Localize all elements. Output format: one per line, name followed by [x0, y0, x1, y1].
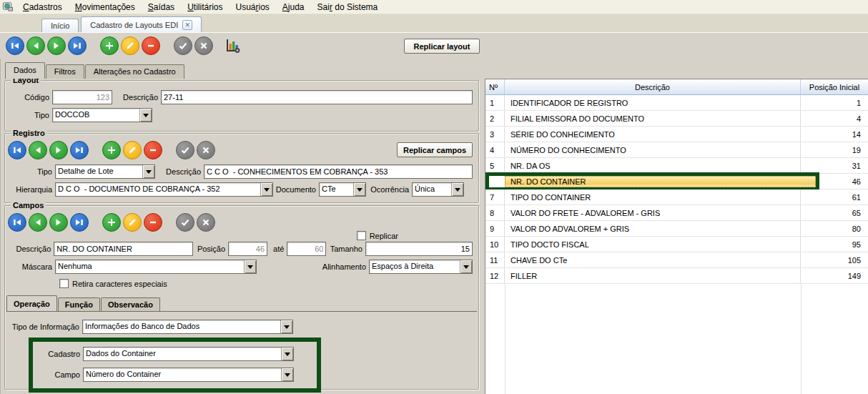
cancel-button[interactable] — [197, 213, 215, 232]
tab-cadastro-layouts-edi[interactable]: Cadastro de Layouts EDI ✕ — [81, 16, 202, 32]
registro-tipo-select[interactable]: Detalhe de Lote — [55, 164, 155, 179]
menu-item-movimenta-es[interactable]: Movimentações — [69, 1, 142, 14]
table-row[interactable]: 2FILIAL EMISSORA DO DOCUMENTO4 — [485, 111, 868, 127]
add-button[interactable] — [102, 141, 121, 159]
first-button[interactable] — [8, 213, 26, 232]
delete-button[interactable] — [144, 141, 162, 159]
last-button[interactable] — [68, 36, 87, 55]
tamanho-label: Tamanho — [326, 245, 365, 253]
previous-button[interactable] — [29, 141, 47, 159]
layout-tipo-select[interactable]: DOCCOB — [52, 108, 152, 122]
tab-observacao[interactable]: Observacão — [101, 297, 160, 311]
table-row-selected[interactable]: 6NR. DO CONTAINER46 — [485, 174, 868, 189]
campo-select[interactable]: Número do Container — [83, 368, 294, 382]
tab-alteracoes-no-cadastro[interactable]: Alterações no Cadastro — [85, 64, 184, 79]
tab-inicio[interactable]: Início — [41, 19, 79, 32]
tab-funcao[interactable]: Função — [58, 297, 100, 311]
replicar-checkbox[interactable] — [357, 231, 366, 240]
tamanho-field[interactable] — [365, 242, 473, 256]
first-icon — [11, 144, 23, 156]
table-row[interactable]: 7TIPO DO CONTAINER61 — [485, 189, 868, 205]
next-button[interactable] — [47, 36, 66, 55]
main-toolbar: Replicar layout — [0, 32, 868, 59]
table-row[interactable]: 4NÚMERO DO CONHECIMENTO19 — [485, 142, 868, 158]
tab-dados[interactable]: Dados — [5, 62, 45, 79]
menu-item-sair-do-sistema[interactable]: Sair do Sistema — [311, 1, 385, 14]
row-number-cell: 12 — [485, 268, 505, 283]
row-position-cell: 80 — [801, 221, 868, 236]
table-row[interactable]: 12FILLER149 — [485, 268, 868, 284]
registro-group-title: Registro — [11, 129, 47, 137]
row-number-cell: 11 — [485, 252, 505, 267]
tab-filtros[interactable]: Filtros — [46, 64, 84, 79]
posicao-field[interactable] — [228, 242, 267, 256]
next-button[interactable] — [49, 213, 68, 232]
menu-item-sa-das[interactable]: Saídas — [142, 1, 181, 14]
replicar-checkbox-label: Replicar — [370, 232, 398, 240]
previous-button[interactable] — [26, 36, 45, 55]
add-button[interactable] — [100, 36, 119, 55]
tipo-informacao-select[interactable]: Informações do Banco de Dados — [82, 320, 293, 334]
row-description-cell: NR. DA OS — [505, 158, 801, 173]
hierarquia-select[interactable]: D C O - DOCUMENTO DE COBRANÇA - 352 — [55, 182, 273, 197]
main-tabs: Dados Filtros Alterações no Cadastro — [5, 62, 185, 79]
menu-item-cadastros[interactable]: Cadastros — [16, 1, 69, 14]
row-description-cell: FILIAL EMISSORA DO DOCUMENTO — [505, 111, 801, 126]
add-button[interactable] — [102, 213, 121, 232]
confirm-button[interactable] — [176, 213, 194, 232]
row-position-cell: 1 — [801, 95, 868, 110]
menu-item-utilit-rios[interactable]: Utilitários — [181, 1, 229, 14]
table-row[interactable]: 9VALOR DO ADVALOREM + GRIS80 — [485, 221, 868, 237]
cancel-button[interactable] — [194, 36, 213, 55]
table-row[interactable]: 5NR. DA OS31 — [485, 158, 868, 174]
campo-descricao-field[interactable] — [54, 242, 193, 256]
table-row[interactable]: 8VALOR DO FRETE - ADVALOREM - GRIS65 — [485, 205, 868, 221]
codigo-field[interactable] — [52, 90, 112, 104]
first-button[interactable] — [8, 141, 26, 159]
tab-operacao[interactable]: Operação — [6, 295, 57, 311]
ocorrencia-select[interactable]: Única — [412, 182, 464, 197]
table-row[interactable]: 3SÉRIE DO CONHECIMENTO14 — [485, 127, 868, 142]
header-descricao[interactable]: Descrição — [505, 79, 801, 94]
delete-button[interactable] — [144, 213, 162, 232]
app-icon — [2, 1, 14, 12]
last-button[interactable] — [70, 213, 89, 232]
last-button[interactable] — [70, 141, 89, 159]
header-num[interactable]: Nº — [485, 79, 505, 94]
first-button[interactable] — [6, 36, 24, 55]
alinhamento-select[interactable]: Espaços à Direita — [369, 260, 473, 274]
next-button[interactable] — [49, 141, 68, 159]
header-posicao-inicial[interactable]: Posição Inicial — [801, 79, 868, 94]
chart-settings-icon[interactable] — [223, 36, 243, 56]
add-icon — [104, 40, 115, 51]
edit-button[interactable] — [123, 213, 142, 232]
delete-button[interactable] — [142, 36, 160, 55]
replicar-campos-button[interactable]: Replicar campos — [397, 142, 473, 157]
menu-item-ajuda[interactable]: Ajuda — [276, 1, 311, 14]
menu-item-usu-rios[interactable]: Usuários — [229, 1, 275, 14]
cadastro-select[interactable]: Dados do Container — [83, 347, 294, 361]
close-icon[interactable]: ✕ — [182, 20, 192, 30]
posicao-label: Posição — [193, 245, 228, 253]
replicar-layout-button[interactable]: Replicar layout — [404, 39, 480, 54]
cancel-button[interactable] — [197, 141, 215, 159]
previous-button[interactable] — [29, 213, 47, 232]
previous-icon — [30, 40, 41, 51]
row-position-cell: 95 — [801, 237, 868, 252]
table-row[interactable]: 1IDENTIFICADOR DE REGISTRO1 — [485, 95, 868, 111]
cancel-icon — [200, 217, 212, 228]
edit-button[interactable] — [123, 141, 142, 159]
previous-icon — [32, 144, 44, 156]
table-row[interactable]: 11CHAVE DO CTe105 — [485, 252, 868, 268]
table-row[interactable]: 10TIPO DOCTO FISCAL95 — [485, 237, 868, 252]
layout-descricao-field[interactable] — [161, 90, 473, 104]
edit-button[interactable] — [121, 36, 139, 55]
confirm-button[interactable] — [174, 36, 192, 55]
documento-select[interactable]: CTe — [319, 182, 366, 197]
registro-descricao-field[interactable] — [204, 164, 473, 179]
retira-caracteres-checkbox[interactable] — [59, 279, 69, 288]
mascara-select[interactable]: Nenhuma — [55, 260, 257, 274]
ate-field[interactable] — [287, 242, 326, 256]
confirm-button[interactable] — [176, 141, 194, 159]
row-description-cell: TIPO DOCTO FISCAL — [505, 237, 801, 252]
